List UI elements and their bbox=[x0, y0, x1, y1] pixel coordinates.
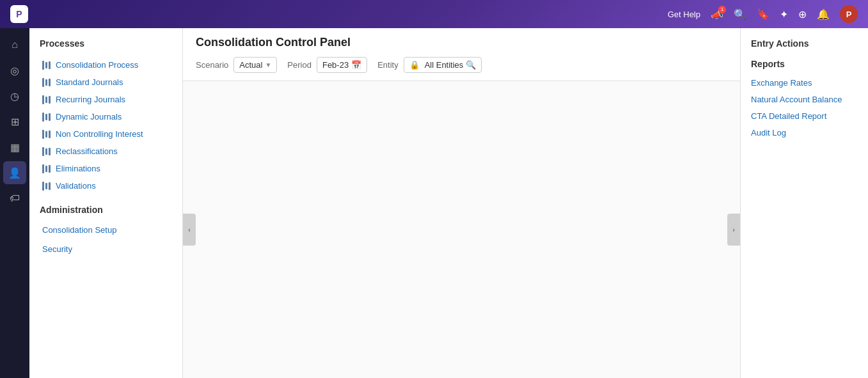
process-bars-icon-3 bbox=[42, 95, 51, 104]
process-item-reclassifications[interactable]: Reclassifications bbox=[40, 143, 172, 160]
help-icon[interactable]: ✦ bbox=[780, 8, 788, 20]
left-sidebar: ⌂ ◎ ◷ ⊞ ▦ 👤 🏷 ⚙ bbox=[0, 28, 29, 378]
period-label: Period bbox=[287, 60, 312, 70]
process-bars-icon-7 bbox=[42, 164, 51, 173]
admin-item-setup[interactable]: Consolidation Setup bbox=[40, 220, 172, 239]
entity-filter[interactable]: 🔒 All Entities 🔍 bbox=[404, 57, 482, 73]
process-label-eliminations: Eliminations bbox=[56, 164, 100, 173]
entity-value: All Entities bbox=[425, 60, 464, 70]
content-header: Consolidation Control Panel Scenario Act… bbox=[183, 28, 740, 81]
entity-filter-group: Entity 🔒 All Entities 🔍 bbox=[377, 57, 482, 73]
app-logo[interactable]: P bbox=[10, 5, 28, 23]
admin-item-security[interactable]: Security bbox=[40, 239, 172, 258]
process-bars-icon-5 bbox=[42, 130, 51, 139]
sidebar-item-clock[interactable]: ◷ bbox=[3, 84, 26, 107]
process-label-validations: Validations bbox=[56, 181, 96, 191]
processes-panel: Processes Consolidation Process Standard… bbox=[29, 28, 183, 378]
scenario-chevron-icon: ▼ bbox=[265, 61, 271, 68]
process-item-dynamic-journals[interactable]: Dynamic Journals bbox=[40, 108, 172, 125]
process-item-standard-journals[interactable]: Standard Journals bbox=[40, 74, 172, 91]
sidebar-item-grid[interactable]: ⊞ bbox=[3, 110, 26, 133]
sidebar-item-tag[interactable]: 🏷 bbox=[3, 187, 26, 210]
entry-panel: Entry Actions Reports Exchange Rates Nat… bbox=[740, 28, 868, 378]
bell-icon[interactable]: 🔔 bbox=[817, 8, 830, 20]
notification-badge: 1 bbox=[718, 6, 726, 13]
process-label-standard: Standard Journals bbox=[56, 77, 123, 87]
report-item-exchange-rates[interactable]: Exchange Rates bbox=[751, 74, 858, 91]
process-item-eliminations[interactable]: Eliminations bbox=[40, 160, 172, 177]
entity-lock-icon: 🔒 bbox=[409, 60, 420, 70]
process-item-nci[interactable]: Non Controlling Interest bbox=[40, 125, 172, 143]
period-value[interactable]: Feb-23 📅 bbox=[317, 57, 367, 73]
top-nav-left: P bbox=[10, 5, 28, 23]
sidebar-item-globe[interactable]: ◎ bbox=[3, 59, 26, 82]
get-help-link[interactable]: Get Help bbox=[668, 10, 700, 19]
process-item-consolidation[interactable]: Consolidation Process bbox=[40, 56, 172, 74]
filter-row: Scenario Actual ▼ Period Feb-23 📅 Entity bbox=[196, 57, 727, 73]
process-item-recurring-journals[interactable]: Recurring Journals bbox=[40, 91, 172, 108]
bookmark-nav-icon[interactable]: 🔖 bbox=[757, 8, 769, 20]
process-label-consolidation: Consolidation Process bbox=[56, 60, 138, 70]
reports-title: Reports bbox=[751, 59, 858, 69]
period-filter-group: Period Feb-23 📅 bbox=[287, 57, 367, 73]
entity-search-icon: 🔍 bbox=[466, 60, 476, 70]
sidebar-item-person[interactable]: 👤 bbox=[3, 161, 26, 184]
process-bars-icon-6 bbox=[42, 147, 51, 156]
processes-title: Processes bbox=[40, 38, 172, 49]
period-text: Feb-23 bbox=[322, 60, 349, 70]
report-label-natural: Natural Account Balance bbox=[751, 95, 842, 104]
process-bars-icon-8 bbox=[42, 182, 51, 191]
process-bars-icon-4 bbox=[42, 113, 51, 122]
report-label-audit: Audit Log bbox=[751, 128, 786, 138]
announcements-icon[interactable]: 📣 1 bbox=[711, 8, 723, 20]
process-label-nci: Non Controlling Interest bbox=[56, 129, 143, 139]
scenario-select[interactable]: Actual ▼ bbox=[233, 57, 277, 73]
main-content: ‹ › bbox=[183, 81, 740, 378]
admin-title: Administration bbox=[40, 205, 172, 215]
process-label-reclassifications: Reclassifications bbox=[56, 146, 118, 156]
search-icon[interactable]: 🔍 bbox=[734, 8, 746, 20]
main-wrapper: Processes Consolidation Process Standard… bbox=[29, 28, 868, 378]
process-label-dynamic: Dynamic Journals bbox=[56, 112, 122, 122]
admin-label-security: Security bbox=[42, 244, 72, 254]
admin-label-setup: Consolidation Setup bbox=[42, 225, 116, 235]
scenario-value: Actual bbox=[239, 60, 262, 70]
scenario-filter-group: Scenario Actual ▼ bbox=[196, 57, 277, 73]
entity-label: Entity bbox=[377, 60, 398, 70]
top-nav: P Get Help 📣 1 🔍 🔖 ✦ ⊕ 🔔 P bbox=[0, 0, 868, 28]
sidebar-item-chart[interactable]: ▦ bbox=[3, 136, 26, 159]
collapse-right-arrow[interactable]: › bbox=[727, 214, 740, 246]
page-title: Consolidation Control Panel bbox=[196, 36, 727, 49]
collapse-left-arrow[interactable]: ‹ bbox=[183, 214, 196, 246]
entry-actions-title: Entry Actions bbox=[751, 38, 858, 49]
report-label-cta: CTA Detailed Report bbox=[751, 111, 826, 121]
sidebar-item-home[interactable]: ⌂ bbox=[3, 33, 26, 56]
top-nav-right: Get Help 📣 1 🔍 🔖 ✦ ⊕ 🔔 P bbox=[668, 5, 858, 23]
report-item-cta[interactable]: CTA Detailed Report bbox=[751, 107, 858, 124]
report-item-natural-account[interactable]: Natural Account Balance bbox=[751, 91, 858, 107]
calendar-icon: 📅 bbox=[351, 60, 361, 70]
process-bars-icon-2 bbox=[42, 78, 51, 87]
user-avatar[interactable]: P bbox=[840, 5, 858, 23]
report-item-audit-log[interactable]: Audit Log bbox=[751, 124, 858, 141]
process-label-recurring: Recurring Journals bbox=[56, 95, 125, 104]
report-label-exchange: Exchange Rates bbox=[751, 78, 812, 88]
process-bars-icon bbox=[42, 61, 51, 70]
apps-icon[interactable]: ⊕ bbox=[798, 8, 807, 20]
process-item-validations[interactable]: Validations bbox=[40, 177, 172, 194]
scenario-label: Scenario bbox=[196, 60, 228, 70]
content-area: Consolidation Control Panel Scenario Act… bbox=[183, 28, 740, 378]
